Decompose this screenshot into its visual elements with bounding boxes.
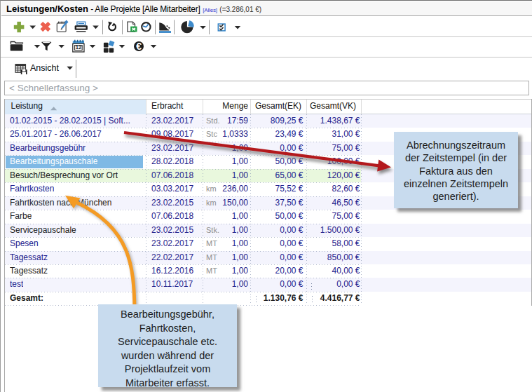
svg-text:12: 12	[76, 44, 81, 50]
svg-text:€: €	[136, 41, 142, 52]
